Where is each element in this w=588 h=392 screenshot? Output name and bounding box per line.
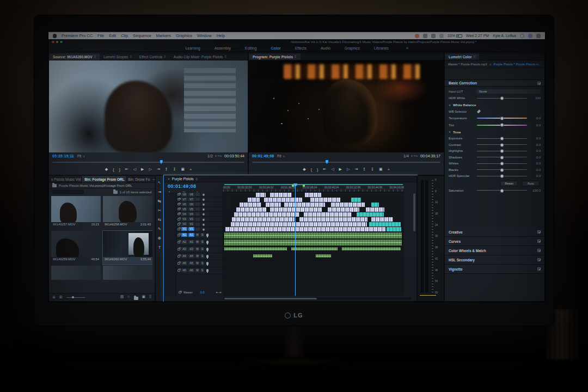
source-panel-tab[interactable]: Source: 961A6260.MOV ≡ — [49, 53, 100, 60]
project-search-input[interactable] — [52, 190, 84, 194]
track-lock-icon[interactable] — [177, 241, 180, 243]
source-fit-dropdown[interactable]: Fit∨ — [77, 154, 85, 158]
mute-track-button[interactable]: M — [195, 233, 199, 237]
mark-out-icon[interactable]: } — [119, 168, 120, 171]
panel-menu-icon[interactable]: ≡ — [196, 177, 198, 181]
panel-menu-icon[interactable]: ≡ — [225, 55, 227, 58]
audio-track-header[interactable]: A6 A6 M S — [176, 267, 223, 274]
workspace-tab[interactable]: Graphics — [345, 46, 360, 50]
close-window-icon[interactable] — [52, 41, 54, 44]
timeline-clips-area[interactable] — [223, 192, 404, 296]
track-lock-icon[interactable] — [177, 248, 180, 250]
menu-item[interactable]: Markers — [156, 33, 171, 38]
bluetooth-icon[interactable] — [423, 34, 427, 38]
apple-menu-icon[interactable] — [53, 34, 57, 38]
screen-record-icon[interactable] — [415, 34, 419, 38]
project-panel-tab[interactable]: Bin: Drone Fo — [126, 176, 151, 182]
workspace-tab[interactable]: Audio — [321, 46, 330, 50]
audio-track-header[interactable]: A1 A1 M S — [176, 232, 223, 239]
project-clip-item[interactable]: 961A6259.MOV 49;54 — [51, 231, 101, 265]
add-marker-icon[interactable]: ◆ — [105, 167, 108, 171]
mark-out-icon[interactable]: } — [317, 168, 318, 171]
track-lock-icon[interactable] — [177, 270, 180, 272]
toggle-track-output-icon[interactable]: ◉ — [201, 193, 206, 196]
source-current-timecode[interactable]: 05:35:19;11 — [52, 154, 74, 158]
eyedropper-icon[interactable] — [477, 109, 481, 113]
target-clip-link[interactable]: Purple Pistols * Purple Pistols.m... — [494, 63, 542, 66]
voiceover-record-icon[interactable] — [206, 262, 209, 265]
slider-value[interactable]: 0.0 — [530, 137, 541, 140]
program-current-timecode[interactable]: 00:01:49;08 — [252, 154, 274, 158]
step-forward-icon[interactable]: ▷ — [149, 167, 152, 171]
source-patch-toggle[interactable]: A4 — [181, 254, 187, 258]
workspace-tab[interactable]: Assembly — [215, 46, 231, 50]
track-target-toggle[interactable]: A2 — [188, 240, 194, 244]
track-lock-icon[interactable] — [177, 218, 180, 220]
workspace-tab[interactable]: Libraries — [374, 46, 389, 50]
project-clip-item[interactable] — [103, 266, 152, 291]
lift-icon[interactable]: ↥ — [165, 167, 168, 171]
sync-lock-icon[interactable] — [195, 207, 200, 211]
slider-control[interactable] — [477, 138, 527, 139]
sync-lock-icon[interactable] — [195, 198, 200, 201]
sync-lock-icon[interactable] — [195, 212, 200, 216]
track-target-toggle[interactable]: V2 — [188, 222, 194, 226]
temperature-slider[interactable] — [477, 118, 527, 119]
sync-lock-icon[interactable] — [195, 228, 200, 231]
lumetri-panel-tab[interactable]: Lumetri Color ≡ — [445, 53, 479, 60]
track-target-toggle[interactable]: V7 — [188, 198, 194, 201]
button-editor-icon[interactable]: + — [388, 168, 390, 171]
toggle-track-output-icon[interactable]: ◉ — [201, 203, 206, 206]
track-target-toggle[interactable]: V5 — [188, 207, 194, 211]
track-target-toggle[interactable]: A6 — [188, 268, 194, 272]
go-to-out-icon[interactable]: ⇥ — [354, 167, 358, 171]
mute-track-button[interactable]: M — [195, 247, 199, 251]
track-target-toggle[interactable]: A5 — [188, 261, 194, 265]
video-track-header[interactable]: V8 V8 ◉ — [176, 192, 223, 197]
track-target-toggle[interactable]: V6 — [188, 203, 194, 206]
work-area-bar[interactable] — [224, 184, 403, 185]
trash-icon[interactable]: ▯ — [149, 295, 151, 300]
timeline-vertical-scrollbar[interactable] — [413, 193, 415, 231]
project-clip-item[interactable]: 961A6258.MOV 2;01;43 — [103, 196, 152, 230]
lift-icon[interactable]: ↥ — [363, 167, 366, 171]
project-clip-item[interactable] — [51, 266, 101, 291]
voiceover-record-icon[interactable] — [206, 234, 209, 236]
menu-item[interactable]: Clip — [121, 33, 128, 38]
voiceover-record-icon[interactable] — [206, 269, 209, 272]
solo-track-button[interactable]: S — [200, 240, 204, 244]
notification-center-icon[interactable] — [536, 34, 541, 38]
source-scrubber[interactable] — [52, 160, 244, 164]
workspace-tab[interactable]: Editing — [245, 46, 256, 50]
program-panel-tab[interactable]: Program: Purple Pistols ≡ — [249, 53, 301, 60]
display-icon[interactable] — [431, 34, 436, 38]
program-scrubber[interactable] — [252, 160, 440, 164]
slider-control[interactable] — [477, 144, 527, 145]
video-track-header[interactable]: V7 V7 ◉ — [176, 197, 223, 202]
source-video-frame[interactable] — [49, 60, 248, 152]
basic-correction-header[interactable]: Basic Correction — [445, 79, 544, 87]
track-lock-icon[interactable] — [177, 234, 180, 236]
hand-tool-icon[interactable]: ⊕ — [158, 236, 161, 241]
slider-control[interactable] — [477, 151, 527, 151]
track-lock-icon[interactable] — [177, 255, 180, 258]
slider-value[interactable]: 0.0 — [530, 168, 541, 171]
white-balance-header[interactable]: ∨White Balance — [449, 102, 541, 108]
track-lock-icon[interactable] — [177, 198, 180, 200]
find-icon[interactable]: ○ — [127, 295, 130, 300]
new-item-icon[interactable]: ▣ — [142, 295, 146, 300]
auto-button[interactable]: Auto — [522, 181, 540, 186]
section-enabled-checkbox[interactable] — [537, 267, 541, 271]
close-tab-icon[interactable]: × — [168, 177, 170, 181]
wifi-icon[interactable] — [439, 34, 444, 38]
workspace-tab[interactable]: Learning — [185, 46, 200, 50]
video-track-header[interactable]: V4 V4 ◉ — [176, 212, 223, 217]
settings-wrench-icon[interactable]: ʃ — [219, 156, 223, 157]
audio-track-header[interactable]: A2 A2 M S — [176, 239, 223, 246]
program-video-frame[interactable] — [249, 60, 444, 152]
panel-menu-icon[interactable]: ≡ — [130, 55, 132, 58]
pen-tool-icon[interactable]: ✎ — [158, 226, 161, 231]
source-patch-toggle[interactable]: V8 — [181, 193, 187, 197]
sync-lock-icon[interactable] — [195, 223, 200, 226]
toggle-track-output-icon[interactable]: ◉ — [201, 223, 206, 226]
